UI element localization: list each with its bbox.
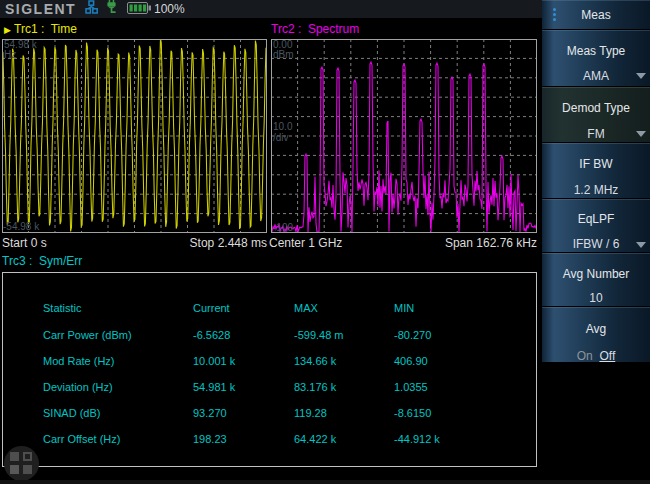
svg-text:/div: /div xyxy=(273,132,289,143)
svg-text:-100: -100 xyxy=(273,222,293,233)
svg-text:-54.98 k: -54.98 k xyxy=(3,221,40,232)
svg-text:Hz: Hz xyxy=(4,49,16,60)
svg-text:dBm: dBm xyxy=(273,49,294,60)
svg-text:10.0: 10.0 xyxy=(273,121,293,132)
